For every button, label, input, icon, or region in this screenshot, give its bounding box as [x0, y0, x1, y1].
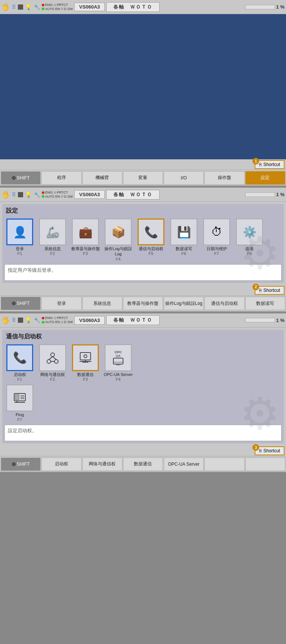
settings-item-data[interactable]: 💾 数据读写 F6	[169, 219, 199, 261]
nav3-empty2[interactable]	[245, 458, 285, 471]
nav-variable[interactable]: 変量	[123, 171, 163, 185]
comm-icon-datacomm[interactable]	[72, 344, 99, 371]
nav-panel[interactable]: 操作盤	[204, 171, 244, 185]
top-bar-2: 🖐 ⠿ 💡 🔧 EMG PRTCT AUTO EN D SW VS060A3 各…	[0, 188, 286, 202]
shortcut-button-2[interactable]: 2 ⎘ Shortcut	[255, 286, 285, 295]
nav3-datacomm[interactable]: 数据通信	[123, 458, 163, 471]
shortcut-button-1[interactable]: 1 ⎘ Shortcut	[255, 160, 285, 169]
svg-line-3	[49, 357, 53, 360]
dsw-label: D SW	[64, 7, 73, 11]
settings-icon-option[interactable]: ⚙️	[236, 219, 263, 245]
main-display-area	[0, 14, 286, 159]
model-button[interactable]: VS060A3	[74, 3, 105, 11]
nav2-login[interactable]: 登录	[41, 297, 81, 310]
axes-button[interactable]: 各軸 ＷＯＴＯ	[106, 2, 160, 12]
status-group-3: EMG PRTCT AUTO EN D SW	[42, 316, 73, 324]
settings-icon-oplog[interactable]: 📦	[105, 219, 132, 245]
axes-button-2[interactable]: 各軸 ＷＯＴＯ	[106, 190, 160, 200]
comm-key-ping: F7	[18, 417, 22, 422]
prtct-label: PRTCT	[57, 3, 68, 7]
bulb-icon: 💡	[25, 4, 32, 10]
comm-title: 通信与启动权	[4, 332, 282, 341]
comm-desc: 設定启动权。	[4, 425, 282, 441]
nav-settings[interactable]: 設定	[245, 171, 285, 185]
shortcut-button-3[interactable]: 3 ⎘ Shortcut	[255, 446, 285, 455]
comm-label-netcomm: 网络与通信权	[40, 372, 65, 377]
hand-icon-3: 🖐	[1, 316, 10, 324]
settings-label-data: 数据读写	[176, 246, 192, 251]
settings-icon-date[interactable]: ⏱	[203, 219, 230, 245]
nav3-opcua[interactable]: OPC-UA Server	[164, 458, 204, 471]
settings-icon-sysinfo[interactable]: 🦾	[39, 219, 66, 245]
settings-icon-data[interactable]: 💾	[170, 219, 197, 245]
settings-item-comm[interactable]: 📞 通信与启动权 F5	[136, 219, 166, 261]
model-button-2[interactable]: VS060A3	[74, 190, 105, 199]
comm-icon-opcua[interactable]: OPCUA	[105, 344, 132, 371]
nav2-oplog[interactable]: 操作Log与錯誤Log	[164, 297, 204, 310]
emg-label: EMG	[45, 3, 53, 7]
settings-key-option: F8	[247, 251, 252, 256]
shortcut-badge-3: 3	[252, 444, 259, 451]
nav-program[interactable]: 程序	[41, 171, 81, 185]
status-group-2: EMG PRTCT AUTO EN D SW	[42, 191, 73, 199]
wrench-icon-2: 🔧	[34, 192, 40, 198]
comm-label-datacomm: 数据通信	[77, 372, 94, 377]
svg-rect-6	[80, 353, 91, 360]
comm-item-ping[interactable]: Ping F7	[4, 385, 35, 422]
settings-key-teach: F3	[83, 251, 88, 256]
settings-label-sysinfo: 系統信息	[44, 246, 61, 251]
shortcut-label-2: Shortcut	[263, 288, 280, 293]
settings-item-option[interactable]: ⚙️ 选项 F8	[234, 219, 265, 261]
nav-arm[interactable]: 機械臂	[82, 171, 122, 185]
svg-point-0	[51, 353, 54, 357]
settings-item-sysinfo[interactable]: 🦾 系統信息 F2	[37, 219, 68, 261]
model-button-3[interactable]: VS060A3	[74, 316, 105, 325]
nav3-empty1[interactable]	[204, 458, 244, 471]
wrench-icon-3: 🔧	[34, 317, 40, 323]
shortcut-label-1: Shortcut	[263, 162, 280, 167]
nav2-teach[interactable]: 教導器与操作盤	[123, 297, 163, 310]
nav-bar-2: SHIFT 登录 系統信息 教導器与操作盤 操作Log与錯誤Log 通信与启动权…	[0, 296, 286, 311]
settings-item-oplog[interactable]: 📦 操作Log与錯誤Log F4	[103, 219, 133, 261]
settings-label-option: 选项	[245, 246, 254, 251]
comm-item-netcomm[interactable]: 网络与通信权 F2	[37, 344, 68, 382]
top-bar-icons-2: 🖐 ⠿ 💡 🔧	[1, 191, 40, 199]
settings-item-login[interactable]: 👤 登录 F1	[4, 219, 35, 261]
nav2-data[interactable]: 数据读写	[245, 297, 285, 310]
shortcut-bar-2: 2 ⎘ Shortcut	[0, 285, 286, 296]
svg-rect-16	[15, 395, 19, 400]
axes-button-3[interactable]: 各軸 ＷＯＴＯ	[106, 315, 160, 325]
settings-icon-comm[interactable]: 📞	[138, 219, 164, 245]
icon-grid-2: 👤 登录 F1 🦾 系統信息 F2 💼 教導器与操作盤 F3	[4, 219, 282, 261]
top-bar-icons-1: 🖐 ⠿ 💡 🔧	[1, 3, 40, 11]
settings-item-date[interactable]: ⏱ 日期与维护 F7	[201, 219, 232, 261]
comm-label-launch: 启动权	[14, 372, 26, 377]
comm-item-datacomm[interactable]: 数据通信 F3	[70, 344, 101, 382]
nav-io[interactable]: I/O	[164, 171, 204, 185]
comm-icon-netcomm[interactable]	[39, 344, 66, 371]
network-nodes-icon	[46, 351, 59, 364]
settings-item-teach[interactable]: 💼 教導器与操作盤 F3	[70, 219, 101, 261]
ping-icon	[13, 391, 26, 405]
comm-icon-ping[interactable]	[6, 385, 33, 411]
wrench-icon: 🔧	[34, 4, 40, 10]
shift-button-3[interactable]: SHIFT	[1, 458, 41, 471]
shift-button-2[interactable]: SHIFT	[1, 297, 41, 310]
svg-line-4	[53, 357, 56, 360]
shortcut-label-3: Shortcut	[263, 448, 280, 453]
hand-icon: 🖐	[1, 3, 10, 11]
settings-icon-login[interactable]: 👤	[6, 219, 33, 245]
shift-button-1[interactable]: SHIFT	[1, 171, 41, 185]
settings-icon-teach[interactable]: 💼	[72, 219, 99, 245]
prtct-dot	[54, 4, 56, 6]
settings-label-comm: 通信与启动权	[139, 246, 163, 251]
stop-icon-3	[18, 318, 23, 323]
comm-icon-launch[interactable]: 📞	[6, 344, 33, 371]
comm-item-opcua[interactable]: OPCUA OPC-UA Server F4	[103, 344, 133, 382]
nav2-sysinfo[interactable]: 系統信息	[82, 297, 122, 310]
nav3-launch[interactable]: 启动权	[41, 458, 81, 471]
settings-key-comm: F5	[149, 251, 154, 256]
nav3-netcomm[interactable]: 网络与通信权	[82, 458, 122, 471]
nav2-comm[interactable]: 通信与启动权	[204, 297, 244, 310]
comm-item-launch[interactable]: 📞 启动权 F1	[4, 344, 35, 382]
